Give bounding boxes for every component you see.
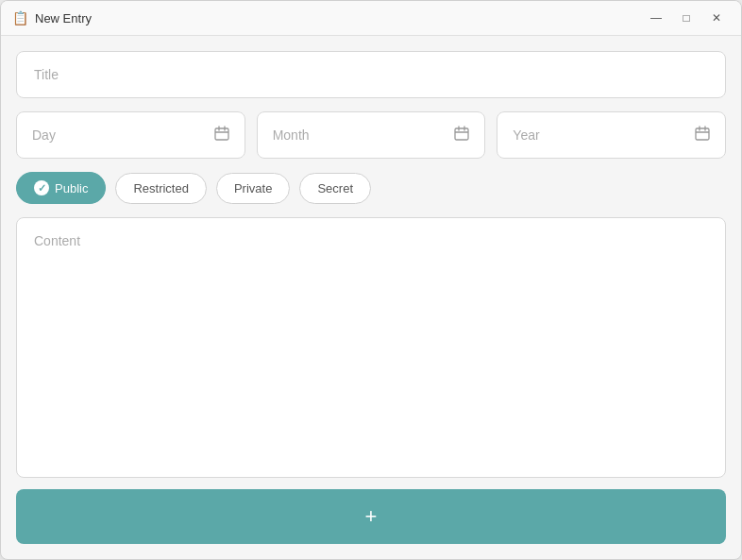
window-title: New Entry [35,11,635,25]
svg-rect-0 [215,128,228,140]
visibility-public-button[interactable]: ✓ Public [16,172,106,204]
content-textarea[interactable] [16,217,726,478]
visibility-private-button[interactable]: Private [216,173,290,204]
day-label: Day [32,127,214,143]
private-label: Private [234,181,272,195]
public-check-icon: ✓ [34,180,49,195]
year-calendar-icon [695,126,710,144]
month-label: Month [273,127,455,143]
visibility-row: ✓ Public Restricted Private Secret [16,172,726,204]
main-window: 📋 New Entry — □ ✕ Day [0,0,742,560]
month-calendar-icon [454,126,469,144]
window-controls: — □ ✕ [643,8,730,27]
public-label: Public [55,181,88,195]
visibility-restricted-button[interactable]: Restricted [115,173,207,204]
date-row: Day Month [16,111,726,159]
minimize-button[interactable]: — [643,8,669,27]
year-label: Year [513,127,695,143]
day-field[interactable]: Day [16,111,245,159]
month-field[interactable]: Month [257,111,486,159]
maximize-button[interactable]: □ [673,8,700,27]
day-calendar-icon [214,126,229,144]
title-input[interactable] [16,51,726,98]
restricted-label: Restricted [133,181,189,195]
svg-rect-8 [696,128,709,140]
title-bar: 📋 New Entry — □ ✕ [1,1,741,36]
visibility-secret-button[interactable]: Secret [299,173,371,204]
secret-label: Secret [317,181,353,195]
content-area: Day Month [1,36,741,489]
year-field[interactable]: Year [497,111,726,159]
svg-rect-4 [455,128,468,140]
app-icon: 📋 [12,10,27,25]
close-button[interactable]: ✕ [703,8,730,27]
add-button[interactable]: + [16,489,726,544]
add-icon: + [365,504,378,529]
